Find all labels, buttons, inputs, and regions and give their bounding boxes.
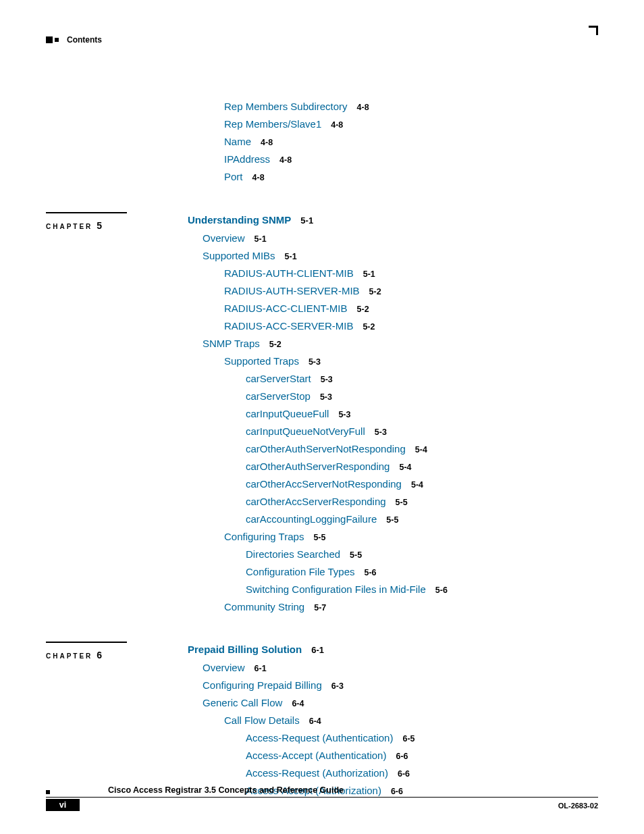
toc-entry: carOtherAccServerNotResponding5-4 [246,479,598,490]
toc-page-ref: 5-3 [375,427,387,437]
toc-page-ref: 5-7 [314,603,326,613]
chapter-label-text: CHAPTER [46,652,97,660]
toc-group: Rep Members Subdirectory4-8Rep Members/S… [188,101,598,182]
toc-page-ref: 6-6 [396,752,408,761]
toc-page-ref: 5-2 [357,305,369,314]
toc-link[interactable]: Prepaid Billing Solution [188,644,302,655]
toc-entry: Port4-8 [224,172,598,182]
toc-entry: Configuring Prepaid Billing6-3 [203,680,598,691]
toc-link[interactable]: RADIUS-AUTH-SERVER-MIB [224,285,360,296]
toc-link[interactable]: Access-Accept (Authentication) [246,750,386,761]
toc-entry: Rep Members Subdirectory4-8 [224,101,598,112]
toc-link[interactable]: Access-Request (Authentication) [246,732,393,744]
toc-entry: carServerStop5-3 [246,391,598,402]
toc-page-ref: 5-2 [369,287,381,296]
toc-link[interactable]: Configuring Traps [224,531,304,542]
toc-link[interactable]: carServerStop [246,390,311,402]
toc-entry: Overview5-1 [203,233,598,244]
toc-page-ref: 5-1 [285,252,297,261]
footer-square-icon [46,790,50,794]
toc-link[interactable]: Configuration File Types [246,566,354,577]
header-square-small-icon [55,38,59,42]
toc-page-ref: 4-8 [331,120,343,130]
toc-page-ref: 4-8 [261,138,273,147]
toc-entry: Access-Request (Authorization)6-6 [246,768,598,779]
toc-link[interactable]: Rep Members Subdirectory [224,101,348,112]
toc-link[interactable]: carInputQueueFull [246,408,329,419]
toc-link[interactable]: Access-Request (Authorization) [246,767,388,779]
toc-entry: Directories Searched5-5 [246,549,598,560]
toc-chapter-title: Prepaid Billing Solution6-1 [188,644,598,654]
toc-entry: RADIUS-ACC-CLIENT-MIB5-2 [224,303,598,314]
toc-entry: RADIUS-ACC-SERVER-MIB5-2 [224,321,598,332]
toc-link[interactable]: Understanding SNMP [188,214,291,226]
toc-link[interactable]: Configuring Prepaid Billing [203,679,322,691]
toc-link[interactable]: Supported Traps [224,355,299,367]
toc-link[interactable]: Community String [224,601,304,613]
toc-entry: Access-Request (Authentication)6-5 [246,733,598,744]
toc-page-ref: 6-1 [311,645,324,655]
toc-entry: Supported Traps5-3 [224,356,598,367]
toc-page-ref: 6-3 [331,681,344,691]
toc-link[interactable]: Overview [203,232,245,244]
toc-link[interactable]: Supported MIBs [203,250,275,261]
toc-entry: carServerStart5-3 [246,373,598,384]
toc-link[interactable]: carOtherAuthServerNotResponding [246,443,406,454]
toc-link[interactable]: Name [224,136,251,147]
toc-page-ref: 5-1 [254,234,267,244]
toc-link[interactable]: Rep Members/Slave1 [224,118,321,130]
toc-entry: carOtherAuthServerResponding5-4 [246,461,598,472]
toc-link[interactable]: carInputQueueNotVeryFull [246,425,365,437]
toc-page-ref: 4-8 [279,155,292,165]
toc-link[interactable]: Port [224,171,243,182]
toc-entry: Supported MIBs5-1 [203,251,598,261]
header-square-large-icon [46,36,53,43]
toc-entry: carOtherAccServerResponding5-5 [246,496,598,507]
toc-page-ref: 6-4 [292,699,304,708]
toc-group: CHAPTER 5Understanding SNMP5-1Overview5-… [188,215,598,613]
toc-page-ref: 5-5 [396,498,408,507]
toc-entry: Configuring Traps5-5 [224,531,598,542]
toc-link[interactable]: RADIUS-ACC-SERVER-MIB [224,320,353,332]
toc-page-ref: 5-4 [399,463,411,472]
toc-entry: carInputQueueNotVeryFull5-3 [246,426,598,437]
toc-link[interactable]: carOtherAccServerNotResponding [246,478,402,490]
toc-link[interactable]: carOtherAccServerResponding [246,496,386,507]
toc-entry: carInputQueueFull5-3 [246,409,598,419]
toc-page-ref: 5-3 [308,357,321,367]
footer-doc-title: Cisco Access Registrar 3.5 Concepts and … [108,785,344,795]
toc-page-ref: 5-5 [313,533,325,542]
toc-page-ref: 5-2 [269,340,281,349]
toc-link[interactable]: carAccountingLoggingFailure [246,513,377,525]
toc-entry: Rep Members/Slave14-8 [224,119,598,130]
toc-link[interactable]: carServerStart [246,373,311,384]
toc-page-ref: 5-4 [415,445,427,454]
toc-link[interactable]: RADIUS-ACC-CLIENT-MIB [224,303,348,314]
toc-entry: IPAddress4-8 [224,154,598,165]
toc-link[interactable]: Switching Configuration Files in Mid-Fil… [246,583,426,595]
chapter-label-text: CHAPTER [46,223,97,230]
toc-page-ref: 5-6 [435,585,448,595]
toc-page-ref: 5-3 [321,375,333,384]
toc-page-ref: 5-5 [386,515,398,525]
toc-page-ref: 5-1 [363,269,375,279]
toc-link[interactable]: Call Flow Details [224,714,300,726]
toc-entry: carAccountingLoggingFailure5-5 [246,514,598,525]
toc-page-ref: 4-8 [357,103,369,112]
toc-page-ref: 5-3 [338,410,350,419]
toc-link[interactable]: carOtherAuthServerResponding [246,461,390,472]
chapter-label: CHAPTER 5 [46,220,102,231]
toc-link[interactable]: Directories Searched [246,548,340,560]
chapter-number: 5 [97,220,102,231]
toc-link[interactable]: SNMP Traps [203,338,260,349]
toc-entry: RADIUS-AUTH-CLIENT-MIB5-1 [224,268,598,279]
toc-link[interactable]: IPAddress [224,153,270,165]
toc-link[interactable]: RADIUS-AUTH-CLIENT-MIB [224,267,354,279]
toc-entry: Name4-8 [224,136,598,147]
toc-page-ref: 5-3 [320,392,332,402]
running-head: Contents [46,35,598,45]
toc-link[interactable]: Generic Call Flow [203,697,282,708]
toc-entry: Access-Accept (Authentication)6-6 [246,750,598,761]
toc-entry: Generic Call Flow6-4 [203,698,598,708]
toc-link[interactable]: Overview [203,662,245,673]
